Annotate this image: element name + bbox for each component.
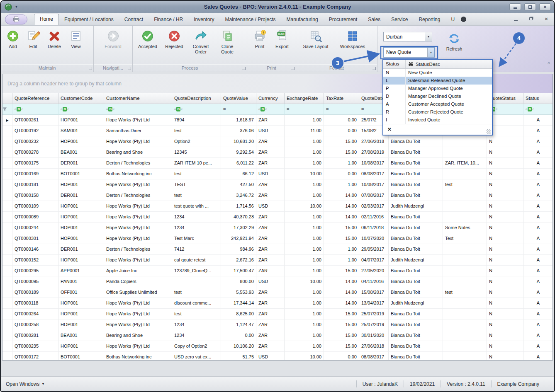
column-header-ref[interactable]: QuoteReference	[12, 93, 58, 104]
cell-date[interactable]: 08/08/2017	[359, 352, 389, 361]
cell-taxRate[interactable]: 15.00	[324, 147, 359, 158]
cell-notes[interactable]	[443, 255, 487, 266]
cell-quoteStatus[interactable]: N	[487, 212, 523, 223]
cell-value[interactable]: 242,921.94	[221, 233, 256, 244]
cell-code[interactable]: APP0001	[58, 266, 104, 276]
equals-filter-type-icon[interactable]: =	[287, 104, 289, 114]
filter-cell-ref[interactable]: aBc	[12, 104, 58, 115]
table-row[interactable]: QT0000295APP0001Apple Juice Inc123789_Cl…	[2, 266, 553, 276]
tab-contract[interactable]: Contract	[119, 15, 148, 25]
cell-exchangeRate[interactable]: 10.00	[285, 352, 324, 361]
equals-filter-type-icon[interactable]: =	[223, 104, 226, 114]
cell-salesman[interactable]: Bianca Du Toit	[389, 158, 443, 169]
dialog-launcher-icon[interactable]	[89, 67, 92, 70]
table-row[interactable]: QT0000109HOP001Hope Works (Pty) Ltdtest …	[2, 201, 553, 212]
cell-value[interactable]: 0.00	[221, 330, 256, 341]
cell-notes[interactable]	[443, 190, 487, 201]
tab-sales[interactable]: Sales	[363, 15, 386, 25]
cell-ref[interactable]: QT0000244	[12, 223, 58, 233]
cell-ref[interactable]: QT0000301	[12, 233, 58, 244]
cell-desc[interactable]: 1234	[172, 223, 221, 233]
cell-currency[interactable]: ZAR	[256, 287, 285, 298]
cell-date[interactable]: 27/08/2019	[359, 147, 389, 158]
cell-salesman[interactable]: Bianca Du Toit	[389, 276, 443, 287]
cell-name[interactable]: Hope Works (Pty) Ltd	[104, 201, 172, 212]
cell-salesman[interactable]: Bianca Du Toit	[389, 223, 443, 233]
status-option-D[interactable]: DManager Declined Quote	[383, 92, 492, 100]
column-header-desc[interactable]: QuoteDescription	[172, 93, 221, 104]
cell-date[interactable]: 13/04/2017	[359, 298, 389, 309]
table-row[interactable]: QT0000169BOT0001Bothas Networking inctes…	[2, 169, 553, 179]
tab-service[interactable]: Service	[386, 15, 413, 25]
cell-value[interactable]: 5,553.93	[221, 287, 256, 298]
cell-salesman[interactable]: Judith Mudzengi	[389, 298, 443, 309]
cell-status[interactable]: A	[523, 255, 553, 266]
cell-desc[interactable]: 12345	[172, 147, 221, 158]
cell-currency[interactable]: ZAR	[256, 212, 285, 223]
cell-ref[interactable]: QT0000278	[12, 147, 58, 158]
cell-code[interactable]: HOP001	[58, 255, 104, 266]
filter-cell-desc[interactable]: aBc	[172, 104, 221, 115]
cell-taxRate[interactable]: 14.00	[324, 298, 359, 309]
cell-currency[interactable]: ZAR	[256, 158, 285, 169]
cell-desc[interactable]: test	[172, 309, 221, 319]
cell-name[interactable]: Hope Works (Pty) Ltd	[104, 309, 172, 319]
cell-quoteStatus[interactable]: N	[487, 298, 523, 309]
cell-exchangeRate[interactable]: 1.00	[285, 136, 324, 147]
cell-value[interactable]: 2,672.16	[221, 255, 256, 266]
cell-salesman[interactable]: Bianca Du Toit	[389, 190, 443, 201]
cell-value[interactable]: 40,370.28	[221, 212, 256, 223]
table-row[interactable]: QT0000235HOP001Hope Works (Pty) LtdCopy …	[2, 341, 553, 352]
tab-maintenance-projects[interactable]: Maintenance / Projects	[220, 15, 281, 25]
cell-ref[interactable]: QT0000192	[12, 126, 58, 136]
cell-currency[interactable]: ZAR	[256, 309, 285, 319]
cell-value[interactable]: 17,302.29	[221, 223, 256, 233]
resize-grip[interactable]	[487, 129, 491, 134]
cell-notes[interactable]	[443, 298, 487, 309]
cell-quoteStatus[interactable]: N	[487, 341, 523, 352]
cell-desc[interactable]: Copy of Option2	[172, 341, 221, 352]
cell-taxRate[interactable]: 1.00	[324, 179, 359, 190]
cell-value[interactable]: 66.12	[221, 169, 256, 179]
text-filter-type-icon[interactable]: aBc	[258, 104, 267, 114]
cell-salesman[interactable]: Bianca Du Toit	[389, 147, 443, 158]
cell-notes[interactable]	[443, 319, 487, 330]
cell-desc[interactable]: test quote with ...	[172, 201, 221, 212]
cell-value[interactable]: 17,344.14	[221, 298, 256, 309]
clone-quote-button[interactable]: Clone Quote	[214, 27, 241, 55]
cell-status[interactable]: A	[523, 169, 553, 179]
cell-value[interactable]: 8,625.00	[221, 309, 256, 319]
cell-notes[interactable]	[443, 330, 487, 341]
dialog-launcher-icon[interactable]	[242, 67, 246, 70]
cell-ref[interactable]: QT0000181	[12, 179, 58, 190]
cell-currency[interactable]: ZAR	[256, 136, 285, 147]
cell-notes[interactable]: ZAR, ITEM, 10...	[443, 158, 487, 169]
cell-exchangeRate[interactable]: 10.00	[285, 276, 324, 287]
cell-status[interactable]: A	[523, 341, 553, 352]
cell-code[interactable]: DER001	[58, 190, 104, 201]
cell-exchangeRate[interactable]: 1.00	[285, 319, 324, 330]
cell-date[interactable]: 02/03/2017	[359, 201, 389, 212]
cell-currency[interactable]: USD	[256, 276, 285, 287]
cell-exchangeRate[interactable]: 10.00	[285, 169, 324, 179]
cell-quoteStatus[interactable]: N	[487, 147, 523, 158]
add-button[interactable]: Add	[2, 27, 23, 50]
cell-desc[interactable]: Test Marc	[172, 233, 221, 244]
cell-notes[interactable]	[443, 266, 487, 276]
table-row[interactable]: QT0000264HOP001Hope Works (Pty) Ltdtest8…	[2, 309, 553, 319]
status-dropdown-icon[interactable]: ▼	[427, 48, 434, 57]
tab-u[interactable]: U	[445, 15, 460, 25]
cell-code[interactable]: HOP001	[58, 201, 104, 212]
table-row[interactable]: QT0000095PAN001Panda Copiers800.00USD10.…	[2, 276, 553, 287]
cell-ref[interactable]: QT0000158	[12, 190, 58, 201]
status-option-L[interactable]: LSalesman Released Quote	[383, 77, 492, 85]
cell-code[interactable]: BEA001	[58, 330, 104, 341]
cell-status[interactable]: A	[523, 309, 553, 319]
cell-desc[interactable]: 1234	[172, 330, 221, 341]
cell-status[interactable]: A	[523, 212, 553, 223]
cell-code[interactable]: SAM001	[58, 126, 104, 136]
cell-code[interactable]: BOT0001	[58, 352, 104, 361]
cell-name[interactable]: Derton / Technologies	[104, 158, 172, 169]
cell-value[interactable]: 3,246.72	[221, 190, 256, 201]
cell-status[interactable]: A	[523, 147, 553, 158]
